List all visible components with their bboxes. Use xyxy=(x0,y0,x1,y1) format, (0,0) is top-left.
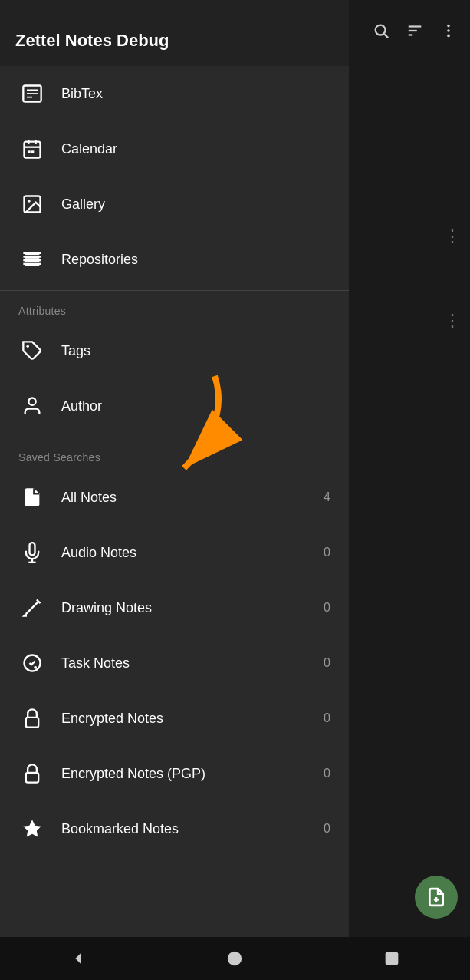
sort-icon[interactable] xyxy=(399,15,430,46)
sidebar-item-task-notes[interactable]: Task Notes 0 xyxy=(0,635,349,691)
drawer-menu: BibTex Calendar xyxy=(0,66,349,944)
svg-point-5 xyxy=(447,25,450,28)
bookmarked-notes-icon xyxy=(18,815,46,843)
audio-notes-label: Audio Notes xyxy=(61,545,324,561)
task-notes-label: Task Notes xyxy=(61,655,324,671)
svg-rect-12 xyxy=(25,142,41,158)
sidebar-item-author[interactable]: Author xyxy=(0,378,349,434)
calendar-label: Calendar xyxy=(61,141,330,157)
all-notes-icon xyxy=(18,483,46,511)
all-notes-count: 4 xyxy=(324,490,330,504)
bibtex-label: BibTex xyxy=(61,86,330,102)
more-options-icon-1[interactable]: ⋮ xyxy=(444,226,461,246)
svg-marker-42 xyxy=(75,953,81,965)
svg-rect-24 xyxy=(23,252,41,254)
drawer-header: Zettel Notes Debug xyxy=(0,0,349,66)
svg-point-0 xyxy=(376,25,386,35)
more-options-icon-2[interactable]: ⋮ xyxy=(444,311,461,331)
task-notes-count: 0 xyxy=(324,656,330,670)
encrypted-notes-icon xyxy=(18,704,46,732)
sidebar-item-tags[interactable]: Tags xyxy=(0,323,349,378)
navigation-drawer: Zettel Notes Debug BibTex xyxy=(0,0,349,944)
svg-line-1 xyxy=(384,34,388,38)
back-button[interactable] xyxy=(59,939,97,978)
author-icon xyxy=(18,392,46,420)
encrypted-notes-count: 0 xyxy=(324,711,330,725)
all-notes-label: All Notes xyxy=(61,490,324,506)
svg-point-19 xyxy=(28,200,31,203)
svg-rect-44 xyxy=(385,952,398,965)
gallery-label: Gallery xyxy=(61,196,330,213)
encrypted-notes-pgp-count: 0 xyxy=(324,767,330,780)
recents-button[interactable] xyxy=(373,939,411,978)
svg-rect-36 xyxy=(26,718,38,728)
repositories-label: Repositories xyxy=(61,252,330,268)
author-label: Author xyxy=(61,398,330,414)
sidebar-item-gallery[interactable]: Gallery xyxy=(0,177,349,232)
sidebar-item-encrypted-notes-pgp[interactable]: Encrypted Notes (PGP) 0 xyxy=(0,746,349,801)
svg-rect-37 xyxy=(26,773,38,783)
new-note-fab[interactable] xyxy=(415,876,458,919)
drawing-notes-label: Drawing Notes xyxy=(61,600,324,616)
sidebar-item-calendar[interactable]: Calendar xyxy=(0,121,349,177)
svg-rect-25 xyxy=(23,256,41,257)
svg-rect-26 xyxy=(23,259,41,261)
sidebar-item-bibtex[interactable]: BibTex xyxy=(0,66,349,121)
encrypted-notes-pgp-icon xyxy=(18,760,46,787)
tags-label: Tags xyxy=(61,343,330,359)
svg-point-6 xyxy=(447,29,450,32)
svg-point-29 xyxy=(28,398,35,405)
svg-rect-17 xyxy=(31,150,35,153)
saved-searches-section-header: Saved Searches xyxy=(0,441,349,470)
encrypted-notes-pgp-label: Encrypted Notes (PGP) xyxy=(61,766,324,782)
svg-point-28 xyxy=(26,345,29,348)
calendar-icon xyxy=(18,135,46,163)
bookmarked-notes-count: 0 xyxy=(324,822,330,836)
divider-1 xyxy=(0,290,349,291)
app-title: Zettel Notes Debug xyxy=(15,31,169,50)
encrypted-notes-label: Encrypted Notes xyxy=(61,711,324,727)
tag-icon xyxy=(18,337,46,365)
sidebar-item-audio-notes[interactable]: Audio Notes 0 xyxy=(0,525,349,580)
audio-notes-count: 0 xyxy=(324,546,330,559)
audio-notes-icon xyxy=(18,539,46,566)
svg-point-43 xyxy=(228,952,242,965)
header-icons xyxy=(349,0,470,61)
divider-2 xyxy=(0,437,349,437)
sidebar-item-all-notes[interactable]: All Notes 4 xyxy=(0,470,349,525)
search-icon[interactable] xyxy=(366,15,396,46)
sidebar-item-encrypted-notes[interactable]: Encrypted Notes 0 xyxy=(0,691,349,746)
svg-point-7 xyxy=(447,35,450,38)
sidebar-item-bookmarked-notes[interactable]: Bookmarked Notes 0 xyxy=(0,801,349,856)
drawing-notes-icon xyxy=(18,594,46,622)
sidebar-item-repositories[interactable]: Repositories xyxy=(0,232,349,287)
repositories-icon xyxy=(18,246,46,273)
gallery-icon xyxy=(18,190,46,218)
svg-line-32 xyxy=(26,602,38,614)
overflow-menu-icon[interactable] xyxy=(433,15,464,46)
task-notes-icon xyxy=(18,649,46,677)
right-panel: ⋮ ⋮ xyxy=(349,0,470,944)
home-button[interactable] xyxy=(215,939,254,978)
bookmarked-notes-label: Bookmarked Notes xyxy=(61,821,324,837)
svg-rect-16 xyxy=(28,150,31,153)
attributes-section-header: Attributes xyxy=(0,294,349,323)
bibtex-icon xyxy=(18,80,46,107)
svg-rect-27 xyxy=(23,263,41,265)
svg-marker-38 xyxy=(23,820,41,836)
sidebar-item-drawing-notes[interactable]: Drawing Notes 0 xyxy=(0,580,349,635)
drawing-notes-count: 0 xyxy=(324,601,330,615)
bottom-navigation-bar xyxy=(0,937,470,980)
